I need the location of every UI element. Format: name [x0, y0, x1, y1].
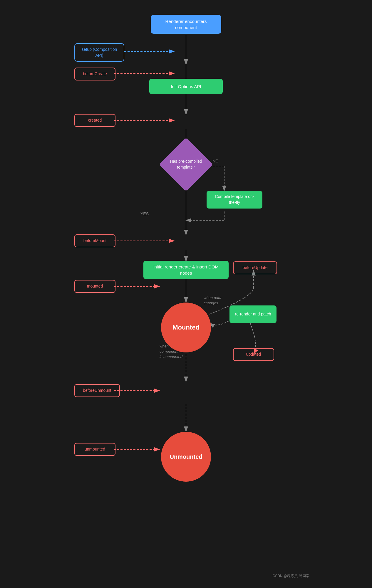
- yes-label: YES: [140, 211, 149, 216]
- updated-box: updated: [233, 348, 274, 361]
- no-label: NO: [212, 159, 219, 163]
- unmounted-circle: Unmounted: [161, 432, 211, 482]
- before-unmount-box: beforeUnmount: [74, 384, 120, 397]
- when-data-changes-label: when datachanges: [204, 295, 221, 306]
- initial-render-box: initial render create & insert DOM nodes: [143, 261, 229, 279]
- init-options-box: Init Options API: [149, 79, 223, 94]
- created-box: created: [74, 114, 115, 127]
- re-render-box: re-render and patch: [229, 305, 277, 323]
- watermark: CSDN @程序员-韩同学: [272, 574, 309, 579]
- has-template-diamond: Has pre-compiled template?: [162, 141, 210, 188]
- mounted-box: mounted: [74, 280, 115, 293]
- setup-box: setup (Composition API): [74, 43, 124, 62]
- before-create-box: beforeCreate: [74, 68, 115, 80]
- compile-template-box: Compile template on-the-fly: [207, 191, 262, 209]
- lifecycle-diagram: Renderer encounters component setup (Com…: [60, 6, 312, 582]
- when-unmounted-label: whencomponentis unmounted: [160, 344, 182, 360]
- renderer-box: Renderer encounters component: [151, 15, 221, 34]
- unmounted-box: unmounted: [74, 443, 115, 456]
- before-update-box: beforeUpdate: [233, 261, 277, 274]
- before-mount-box: beforeMount: [74, 234, 115, 247]
